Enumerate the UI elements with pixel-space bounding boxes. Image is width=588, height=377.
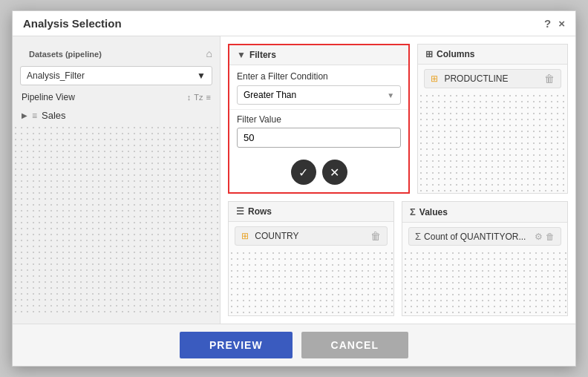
columns-dotted-area (418, 93, 567, 193)
dialog-title: Analysis Selection (23, 17, 122, 30)
dialog-titlebar: Analysis Selection ? × (13, 11, 575, 36)
filter-condition-dropdown[interactable]: Greater Than ▼ (237, 85, 401, 105)
table-tree-icon: ≡ (32, 111, 37, 121)
datasets-label: Datasets (pipeline) (20, 47, 111, 60)
values-gear-icon[interactable]: ⚙ (535, 232, 543, 242)
filter-value-section: Filter Value (229, 109, 408, 152)
columns-chip-delete[interactable]: 🗑 (544, 73, 555, 85)
cancel-button[interactable]: CANCEL (301, 332, 408, 358)
filter-value-input[interactable] (237, 128, 401, 148)
filters-header: ▼ Filters (229, 45, 408, 65)
filter-condition-section: Enter a Filter Condition Greater Than ▼ (229, 65, 408, 109)
dialog-footer: PREVIEW CANCEL (13, 324, 575, 366)
sidebar: Datasets (pipeline) ⌂ Analysis_Filter ▼ … (13, 36, 220, 324)
sort-icon[interactable]: ↕ (187, 93, 192, 102)
rows-panel: ☰ Rows ⊞ COUNTRY 🗑 (228, 201, 394, 316)
values-chip-sigma-icon: Σ (415, 231, 421, 242)
dataset-value: Analysis_Filter (27, 71, 85, 81)
rows-header: ☰ Rows (229, 202, 393, 222)
titlebar-icons: ? × (544, 17, 565, 30)
columns-chip: ⊞ PRODUCTLINE 🗑 (424, 69, 561, 88)
list-icon[interactable]: ≡ (206, 93, 211, 102)
filters-label: Filters (249, 50, 276, 60)
dataset-dropdown-arrow: ▼ (197, 71, 206, 81)
filter-condition-label: Enter a Filter Condition (237, 71, 401, 82)
help-icon[interactable]: ? (544, 17, 551, 30)
values-chip-actions: ⚙ 🗑 (535, 232, 555, 242)
sidebar-dotted-area (13, 125, 220, 316)
rows-chip: ⊞ COUNTRY 🗑 (235, 226, 388, 246)
tree-item-sales[interactable]: ▶ ≡ Sales (13, 106, 220, 125)
rows-chip-label: COUNTRY (255, 231, 298, 241)
rows-panel-icon: ☰ (236, 206, 244, 217)
pipeline-icons: ↕ Tz ≡ (187, 93, 211, 102)
rows-dotted-area (229, 250, 393, 315)
values-label: Values (419, 207, 448, 217)
filters-panel: ▼ Filters Enter a Filter Condition Great… (228, 44, 410, 194)
bottom-panels: ☰ Rows ⊞ COUNTRY 🗑 Σ (228, 201, 568, 316)
top-panels: ▼ Filters Enter a Filter Condition Great… (228, 44, 568, 194)
rows-label: Rows (248, 206, 272, 217)
filter-confirm-button[interactable]: ✓ (291, 160, 316, 185)
rows-chip-icon: ⊞ (241, 231, 249, 241)
dataset-dropdown[interactable]: Analysis_Filter ▼ (20, 66, 212, 85)
columns-chip-label: PRODUCTLINE (444, 73, 508, 84)
values-header: Σ Values (402, 202, 567, 223)
tree-item-label: Sales (42, 110, 66, 121)
filter-condition-value: Greater Than (244, 90, 296, 100)
rows-chip-delete[interactable]: 🗑 (370, 230, 381, 242)
values-chip-label: Count of QUANTITYOR... (424, 232, 526, 242)
analysis-selection-dialog: Analysis Selection ? × Datasets (pipelin… (12, 10, 576, 367)
close-icon[interactable]: × (558, 17, 565, 30)
dialog-body: Datasets (pipeline) ⌂ Analysis_Filter ▼ … (13, 36, 575, 324)
preview-button[interactable]: PREVIEW (180, 332, 293, 358)
home-icon[interactable]: ⌂ (206, 47, 212, 59)
pipeline-view-label: Pipeline View (22, 92, 75, 102)
filter-cancel-button[interactable]: ✕ (322, 160, 347, 185)
filter-dropdown-arrow: ▼ (387, 91, 394, 99)
values-chip: Σ Count of QUANTITYOR... ⚙ 🗑 (408, 227, 561, 246)
columns-panel: ⊞ Columns ⊞ PRODUCTLINE 🗑 (417, 44, 568, 194)
filter-value-label: Filter Value (237, 114, 401, 125)
columns-label: Columns (437, 49, 474, 59)
pipeline-view-row: Pipeline View ↕ Tz ≡ (13, 88, 220, 106)
values-panel: Σ Values Σ Count of QUANTITYOR... ⚙ 🗑 (402, 201, 568, 316)
filter-panel-icon: ▼ (237, 50, 246, 60)
filter-icon[interactable]: Tz (194, 93, 203, 102)
columns-header: ⊞ Columns (418, 45, 567, 65)
main-content: ▼ Filters Enter a Filter Condition Great… (220, 36, 575, 324)
values-dotted-area (402, 250, 567, 315)
values-panel-icon: Σ (410, 206, 416, 217)
columns-panel-icon: ⊞ (425, 49, 433, 59)
columns-chip-icon: ⊞ (431, 73, 438, 84)
values-trash-icon[interactable]: 🗑 (546, 232, 555, 242)
tree-expand-icon: ▶ (22, 111, 27, 119)
filter-buttons: ✓ ✕ (229, 152, 408, 192)
